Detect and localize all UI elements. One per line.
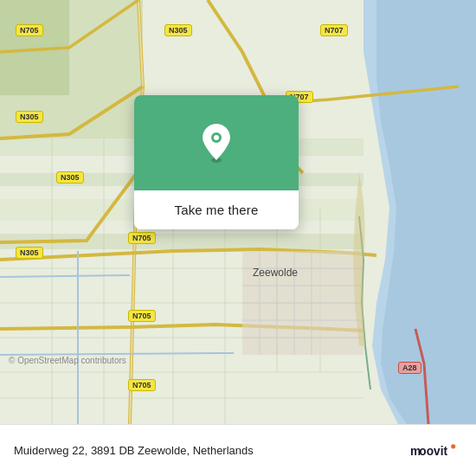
road-label-n705-bl: N705	[128, 310, 156, 322]
moovit-logo-svg: m oovit	[410, 441, 462, 460]
copyright-text: © OpenStreetMap contributors	[9, 356, 126, 365]
map-container: N705 N305 N707 N707 N305 N305 N305 N705 …	[0, 0, 476, 424]
road-label-a28: A28	[398, 362, 421, 374]
road-label-n305-tl: N305	[164, 24, 192, 36]
road-label-n705-tl: N705	[16, 24, 43, 36]
popup-map-thumb	[134, 95, 299, 190]
svg-text:oovit: oovit	[419, 445, 447, 458]
road-label-n705-ml: N705	[128, 232, 156, 244]
city-label: Zeewolde	[253, 267, 298, 279]
bottom-bar: Muiderweg 22, 3891 DB Zeewolde, Netherla…	[0, 424, 476, 476]
road-label-n705-bbl: N705	[128, 379, 156, 391]
road-label-n305-ml2: N305	[56, 171, 84, 183]
road-label-n305-bl: N305	[16, 247, 43, 259]
road-label-n305-ml: N305	[16, 111, 43, 123]
road-label-n707-tr: N707	[320, 24, 348, 36]
moovit-logo: m oovit	[410, 441, 462, 460]
location-popup: Take me there	[134, 95, 299, 229]
address-text: Muiderweg 22, 3891 DB Zeewolde, Netherla…	[14, 444, 254, 457]
svg-point-33	[214, 135, 219, 140]
location-pin-icon	[200, 122, 233, 164]
take-me-there-button[interactable]: Take me there	[134, 190, 299, 229]
svg-point-36	[451, 444, 455, 448]
